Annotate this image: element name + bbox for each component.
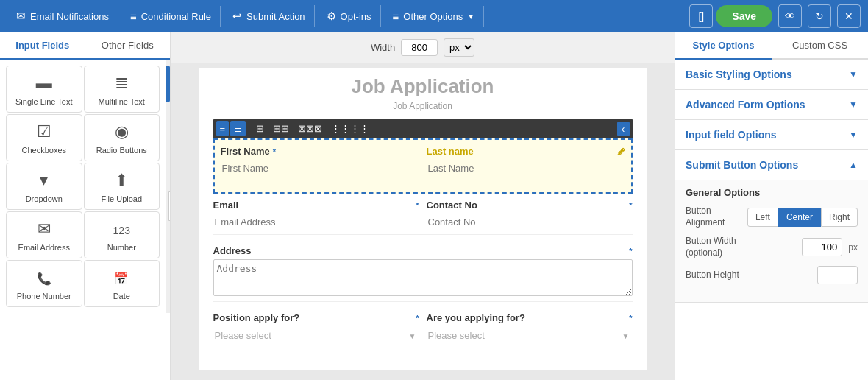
last-name-star: 🖉 [617, 147, 625, 156]
align-left-btn[interactable]: Left [747, 208, 778, 227]
single-line-icon [36, 74, 52, 93]
submit-button-label: Submit Button Options [686, 159, 798, 171]
width-input[interactable] [401, 39, 438, 56]
sidebar-item-number[interactable]: Number [84, 211, 160, 258]
email-icon: ✉ [16, 10, 26, 23]
contact-input[interactable] [427, 214, 633, 231]
sidebar-label-email: Email Address [18, 243, 70, 252]
applying-label-row: Are you applying for? * [427, 312, 633, 323]
eye-button[interactable]: 👁 [778, 4, 802, 28]
accordion-input-header[interactable]: Input field Options ▼ [675, 120, 868, 149]
button-width-input[interactable] [802, 238, 842, 256]
sidebar-label-single: Single Line Text [15, 97, 72, 106]
first-name-input[interactable] [221, 160, 419, 177]
toolbar-btn-6[interactable]: ⋮⋮⋮⋮ [327, 121, 373, 136]
toolbar-btn-2[interactable]: ≣ [230, 121, 246, 136]
nav-other-label: Other Options [403, 11, 463, 22]
canvas-toolbar: Width px % [171, 32, 675, 63]
accordion-basic-styling: Basic Styling Options ▼ [675, 60, 868, 90]
accordion-basic-header[interactable]: Basic Styling Options ▼ [675, 60, 868, 89]
sidebar-label-date: Date [113, 292, 130, 300]
sidebar-item-email[interactable]: Email Address [6, 211, 82, 258]
last-name-col: Last name 🖉 [427, 146, 625, 177]
email-input[interactable] [213, 214, 419, 231]
accordion-submit-header[interactable]: Submit Button Options ▲ [675, 150, 868, 180]
sidebar-item-date[interactable]: Date [84, 260, 160, 307]
applying-select[interactable]: Please select [427, 326, 633, 345]
accordion-advanced-header[interactable]: Advanced Form Options ▼ [675, 90, 868, 119]
button-alignment-group: Button Alignment Left Center Right [686, 205, 858, 228]
unit-select[interactable]: px % [444, 38, 474, 57]
radio-icon [115, 122, 129, 141]
button-height-label: Button Height [686, 270, 811, 281]
sidebar-item-multiline[interactable]: Multiline Text [84, 66, 160, 113]
email-star: * [416, 201, 419, 210]
button-width-group: Button Width (optional) px [686, 236, 858, 258]
sidebar-item-radio[interactable]: Radio Buttons [84, 114, 160, 161]
accordion-input-field: Input field Options ▼ [675, 120, 868, 150]
sidebar-item-phone[interactable]: Phone Number [6, 260, 82, 307]
sidebar-tabs: Input Fields Other Fields [0, 32, 170, 60]
nav-submit-action[interactable]: ↩ Submit Action [224, 5, 315, 27]
applying-select-wrapper: Please select ▼ [427, 326, 633, 345]
upload-icon [115, 171, 128, 190]
nav-optins[interactable]: ⚙ Opt-ins [318, 5, 381, 27]
first-name-label: First Name [221, 146, 270, 157]
nav-email-notifications[interactable]: ✉ Email Notifications [7, 5, 118, 27]
contact-star: * [629, 201, 632, 210]
tab-style-options[interactable]: Style Options [675, 32, 772, 60]
sidebar-item-file-upload[interactable]: File Upload [84, 163, 160, 210]
sidebar-item-checkboxes[interactable]: Checkboxes [6, 114, 82, 161]
advanced-form-chevron: ▼ [849, 99, 858, 110]
tab-custom-css[interactable]: Custom CSS [772, 32, 868, 58]
sidebar-label-radio: Radio Buttons [96, 146, 147, 155]
address-textarea[interactable] [213, 259, 633, 296]
toolbar-btn-3[interactable]: ⊞ [252, 121, 268, 136]
sidebar-item-single-line[interactable]: Single Line Text [6, 66, 82, 113]
sidebar-label-checkboxes: Checkboxes [21, 146, 66, 155]
toolbar-close-btn[interactable]: ‹ [617, 122, 630, 136]
form-subtitle: Job Application [213, 101, 633, 111]
sidebar-label-phone: Phone Number [17, 292, 71, 300]
position-label-row: Position apply for? * [213, 312, 419, 323]
toolbar-btn-5[interactable]: ⊠⊠⊠ [294, 121, 326, 136]
dropdown-icon [40, 171, 48, 190]
position-col: Position apply for? * Please select ▼ [213, 312, 419, 345]
toolbar-btn-1[interactable]: ≡ [216, 121, 230, 136]
checkbox-icon [37, 122, 51, 141]
nav-optins-label: Opt-ins [341, 11, 371, 22]
phone-icon [37, 268, 51, 287]
nav-other-options[interactable]: ≡ Other Options ▼ [384, 6, 485, 27]
chevron-down-icon: ▼ [467, 13, 474, 21]
tab-input-fields[interactable]: Input Fields [0, 32, 85, 60]
email-label-row: Email * [213, 200, 419, 211]
last-name-input[interactable] [427, 160, 625, 177]
align-right-btn[interactable]: Right [821, 208, 858, 227]
toolbar-btn-4[interactable]: ⊞⊞ [269, 121, 293, 136]
position-row: Position apply for? * Please select ▼ [213, 312, 633, 345]
highlighted-name-row: First Name * Last name 🖉 [213, 138, 633, 194]
other-icon: ≡ [393, 10, 399, 23]
align-center-btn[interactable]: Center [778, 208, 821, 227]
nav-conditional-rule[interactable]: ≡ Conditional Rule [121, 6, 221, 27]
contact-col: Contact No * [427, 200, 633, 231]
applying-label: Are you applying for? [427, 312, 525, 323]
center-canvas: Width px % Job Application Job Applicati… [171, 32, 675, 380]
save-button[interactable]: Save [716, 5, 772, 27]
contact-label: Contact No [427, 200, 477, 211]
multiline-icon [115, 74, 128, 93]
bracket-button[interactable]: [] [689, 4, 713, 28]
nav-conditional-label: Conditional Rule [141, 11, 211, 22]
submit-icon: ↩ [232, 10, 242, 23]
close-button[interactable]: ✕ [837, 4, 861, 28]
applying-star: * [629, 314, 632, 323]
refresh-button[interactable]: ↻ [808, 4, 831, 28]
position-select[interactable]: Please select [213, 326, 419, 345]
date-icon [114, 268, 129, 287]
sidebar-item-dropdown[interactable]: Dropdown [6, 163, 82, 210]
button-height-input[interactable] [817, 266, 858, 284]
tab-other-fields[interactable]: Other Fields [85, 32, 171, 58]
position-star: * [416, 314, 419, 323]
sidebar-label-multiline: Multiline Text [99, 97, 145, 106]
email-label: Email [213, 200, 239, 211]
